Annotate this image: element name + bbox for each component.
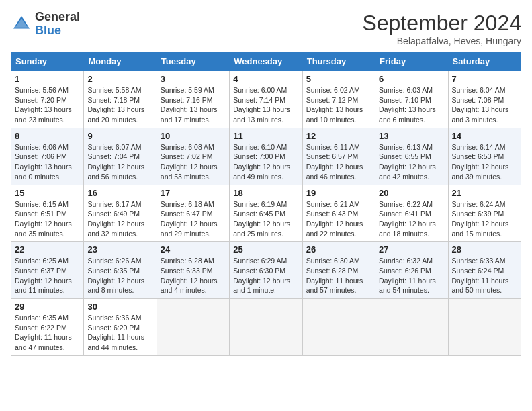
calendar-cell: 12Sunrise: 6:11 AMSunset: 6:57 PMDayligh… (302, 128, 375, 185)
calendar-cell (375, 299, 448, 356)
calendar-week-5: 29Sunrise: 6:35 AMSunset: 6:22 PMDayligh… (11, 299, 521, 356)
day-info: Sunrise: 6:06 AMSunset: 7:06 PMDaylight:… (15, 142, 80, 182)
logo: General Blue (11, 11, 80, 38)
location-subtitle: Belapatfalva, Heves, Hungary (362, 36, 521, 46)
col-header-saturday: Saturday (448, 52, 521, 71)
day-number: 7 (452, 74, 517, 84)
day-number: 19 (306, 188, 371, 198)
day-info: Sunrise: 6:36 AMSunset: 6:20 PMDaylight:… (87, 313, 152, 353)
calendar-week-3: 15Sunrise: 6:15 AMSunset: 6:51 PMDayligh… (11, 185, 521, 242)
day-number: 9 (87, 131, 152, 141)
day-info: Sunrise: 6:29 AMSunset: 6:30 PMDaylight:… (233, 256, 298, 295)
calendar-cell: 28Sunrise: 6:33 AMSunset: 6:24 PMDayligh… (448, 242, 521, 299)
logo-icon (11, 13, 32, 35)
day-number: 14 (452, 131, 517, 141)
day-number: 3 (161, 74, 226, 84)
calendar-cell: 22Sunrise: 6:25 AMSunset: 6:37 PMDayligh… (11, 242, 84, 299)
day-info: Sunrise: 6:15 AMSunset: 6:51 PMDaylight:… (15, 199, 80, 239)
calendar-cell: 25Sunrise: 6:29 AMSunset: 6:30 PMDayligh… (230, 242, 302, 299)
col-header-thursday: Thursday (302, 52, 375, 71)
calendar-cell: 16Sunrise: 6:17 AMSunset: 6:49 PMDayligh… (84, 185, 157, 242)
calendar-cell: 18Sunrise: 6:19 AMSunset: 6:45 PMDayligh… (230, 185, 302, 242)
calendar-table: SundayMondayTuesdayWednesdayThursdayFrid… (11, 52, 521, 356)
logo-text: General Blue (35, 11, 80, 38)
month-title: September 2024 (362, 11, 521, 36)
day-info: Sunrise: 6:00 AMSunset: 7:14 PMDaylight:… (233, 85, 298, 125)
calendar-cell: 11Sunrise: 6:10 AMSunset: 7:00 PMDayligh… (230, 128, 302, 185)
day-number: 1 (15, 74, 80, 84)
calendar-cell: 26Sunrise: 6:30 AMSunset: 6:28 PMDayligh… (302, 242, 375, 299)
page-header: General Blue September 2024 Belapatfalva… (11, 11, 521, 46)
day-info: Sunrise: 6:32 AMSunset: 6:26 PMDaylight:… (379, 256, 444, 295)
day-number: 23 (87, 244, 152, 255)
calendar-cell: 4Sunrise: 6:00 AMSunset: 7:14 PMDaylight… (230, 71, 302, 128)
day-info: Sunrise: 6:03 AMSunset: 7:10 PMDaylight:… (379, 85, 444, 125)
day-number: 4 (233, 74, 298, 84)
calendar-cell: 13Sunrise: 6:13 AMSunset: 6:55 PMDayligh… (375, 128, 448, 185)
day-number: 11 (233, 131, 298, 141)
day-number: 5 (306, 74, 371, 84)
calendar-cell (157, 299, 229, 356)
title-area: September 2024 Belapatfalva, Heves, Hung… (362, 11, 521, 46)
calendar-week-2: 8Sunrise: 6:06 AMSunset: 7:06 PMDaylight… (11, 128, 521, 185)
day-info: Sunrise: 6:13 AMSunset: 6:55 PMDaylight:… (379, 142, 444, 182)
day-info: Sunrise: 5:56 AMSunset: 7:20 PMDaylight:… (15, 85, 80, 125)
col-header-friday: Friday (375, 52, 448, 71)
day-info: Sunrise: 6:02 AMSunset: 7:12 PMDaylight:… (306, 85, 371, 125)
day-number: 27 (379, 244, 444, 255)
day-info: Sunrise: 5:58 AMSunset: 7:18 PMDaylight:… (87, 85, 152, 125)
day-info: Sunrise: 6:24 AMSunset: 6:39 PMDaylight:… (452, 199, 517, 239)
day-info: Sunrise: 6:30 AMSunset: 6:28 PMDaylight:… (306, 256, 371, 295)
calendar-cell (448, 299, 521, 356)
calendar-cell: 9Sunrise: 6:07 AMSunset: 7:04 PMDaylight… (84, 128, 157, 185)
day-info: Sunrise: 6:19 AMSunset: 6:45 PMDaylight:… (233, 199, 298, 239)
day-info: Sunrise: 6:17 AMSunset: 6:49 PMDaylight:… (87, 199, 152, 239)
day-number: 15 (15, 188, 80, 198)
calendar-cell: 7Sunrise: 6:04 AMSunset: 7:08 PMDaylight… (448, 71, 521, 128)
day-number: 30 (87, 302, 152, 312)
day-number: 18 (233, 188, 298, 198)
day-info: Sunrise: 6:35 AMSunset: 6:22 PMDaylight:… (15, 313, 80, 353)
day-info: Sunrise: 6:04 AMSunset: 7:08 PMDaylight:… (452, 85, 517, 125)
calendar-cell: 14Sunrise: 6:14 AMSunset: 6:53 PMDayligh… (448, 128, 521, 185)
calendar-week-1: 1Sunrise: 5:56 AMSunset: 7:20 PMDaylight… (11, 71, 521, 128)
calendar-cell: 10Sunrise: 6:08 AMSunset: 7:02 PMDayligh… (157, 128, 229, 185)
calendar-cell: 15Sunrise: 6:15 AMSunset: 6:51 PMDayligh… (11, 185, 84, 242)
col-header-tuesday: Tuesday (157, 52, 229, 71)
day-number: 6 (379, 74, 444, 84)
day-info: Sunrise: 6:11 AMSunset: 6:57 PMDaylight:… (306, 142, 371, 182)
day-number: 28 (452, 244, 517, 255)
calendar-cell (230, 299, 302, 356)
calendar-cell: 24Sunrise: 6:28 AMSunset: 6:33 PMDayligh… (157, 242, 229, 299)
day-number: 25 (233, 244, 298, 255)
day-info: Sunrise: 6:14 AMSunset: 6:53 PMDaylight:… (452, 142, 517, 182)
day-number: 24 (161, 244, 226, 255)
calendar-cell: 6Sunrise: 6:03 AMSunset: 7:10 PMDaylight… (375, 71, 448, 128)
calendar-cell: 29Sunrise: 6:35 AMSunset: 6:22 PMDayligh… (11, 299, 84, 356)
day-number: 8 (15, 131, 80, 141)
calendar-cell: 27Sunrise: 6:32 AMSunset: 6:26 PMDayligh… (375, 242, 448, 299)
day-number: 13 (379, 131, 444, 141)
day-number: 2 (87, 74, 152, 84)
calendar-week-4: 22Sunrise: 6:25 AMSunset: 6:37 PMDayligh… (11, 242, 521, 299)
calendar-cell: 5Sunrise: 6:02 AMSunset: 7:12 PMDaylight… (302, 71, 375, 128)
calendar-cell: 3Sunrise: 5:59 AMSunset: 7:16 PMDaylight… (157, 71, 229, 128)
calendar-cell: 21Sunrise: 6:24 AMSunset: 6:39 PMDayligh… (448, 185, 521, 242)
day-number: 21 (452, 188, 517, 198)
calendar-cell: 30Sunrise: 6:36 AMSunset: 6:20 PMDayligh… (84, 299, 157, 356)
day-number: 22 (15, 244, 80, 255)
calendar-cell: 1Sunrise: 5:56 AMSunset: 7:20 PMDaylight… (11, 71, 84, 128)
day-info: Sunrise: 6:25 AMSunset: 6:37 PMDaylight:… (15, 256, 80, 295)
day-info: Sunrise: 5:59 AMSunset: 7:16 PMDaylight:… (161, 85, 226, 125)
col-header-monday: Monday (84, 52, 157, 71)
day-number: 29 (15, 302, 80, 312)
day-info: Sunrise: 6:18 AMSunset: 6:47 PMDaylight:… (161, 199, 226, 239)
calendar-cell: 17Sunrise: 6:18 AMSunset: 6:47 PMDayligh… (157, 185, 229, 242)
day-number: 12 (306, 131, 371, 141)
calendar-cell: 19Sunrise: 6:21 AMSunset: 6:43 PMDayligh… (302, 185, 375, 242)
day-number: 17 (161, 188, 226, 198)
day-info: Sunrise: 6:21 AMSunset: 6:43 PMDaylight:… (306, 199, 371, 239)
calendar-cell (302, 299, 375, 356)
calendar-cell: 23Sunrise: 6:26 AMSunset: 6:35 PMDayligh… (84, 242, 157, 299)
calendar-header-row: SundayMondayTuesdayWednesdayThursdayFrid… (11, 52, 521, 71)
